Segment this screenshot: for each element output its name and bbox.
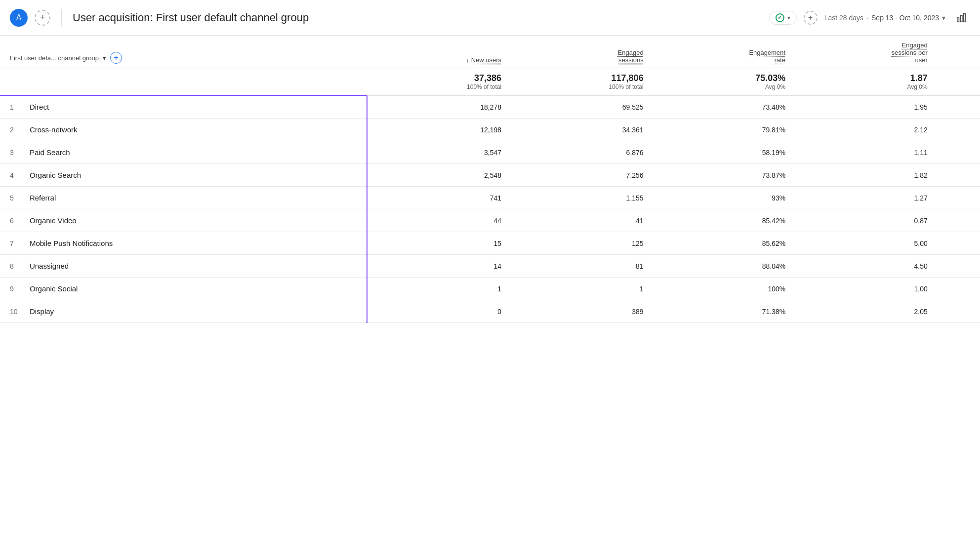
channel-cell: 6 Organic Video (0, 209, 369, 232)
row-number: 3 (10, 149, 20, 157)
engagement-rate-cell: 85.62% (653, 232, 796, 255)
extra-column-header (938, 36, 980, 68)
extra-cell (938, 209, 980, 232)
new-users-cell: 741 (369, 187, 512, 209)
engaged-sessions-column-header[interactable]: Engagedsessions (511, 36, 653, 68)
engagement-rate-cell: 73.48% (653, 96, 796, 119)
new-users-cell: 44 (369, 209, 512, 232)
channel-cell: 7 Mobile Push Notifications (0, 232, 369, 255)
channel-cell: 8 Unassigned (0, 255, 369, 278)
engaged-per-user-header-label: Engagedsessions peruser (892, 41, 928, 64)
date-range-value: Sep 13 - Oct 10, 2023 (871, 14, 939, 22)
table-row[interactable]: 10 Display 0 389 71.38% 2.05 (0, 300, 980, 323)
engaged-sessions-cell: 1,155 (511, 187, 653, 209)
engaged-per-user-cell: 4.50 (795, 255, 938, 278)
extra-cell (938, 164, 980, 187)
engagement-rate-cell: 73.87% (653, 164, 796, 187)
row-number: 4 (10, 171, 20, 179)
date-chevron-icon: ▾ (942, 14, 945, 22)
engagement-rate-cell: 79.81% (653, 119, 796, 141)
summary-engagement-rate-cell: 75.03% Avg 0% (653, 68, 796, 96)
add-property-button[interactable]: + (35, 10, 50, 26)
table-wrapper: First user defa... channel group ▾ + ↓Ne… (0, 36, 980, 323)
engagement-rate-cell: 71.38% (653, 300, 796, 323)
row-number: 6 (10, 217, 20, 225)
channel-name: Referral (30, 194, 56, 202)
engagement-rate-cell: 93% (653, 187, 796, 209)
row-number: 7 (10, 240, 20, 247)
avatar-label: A (16, 13, 22, 22)
engagement-rate-header-label: Engagementrate (749, 49, 785, 64)
channel-column-header[interactable]: First user defa... channel group ▾ + (0, 36, 369, 68)
new-users-column-header[interactable]: ↓New users (369, 36, 512, 68)
add-dimension-button[interactable]: + (110, 52, 122, 64)
extra-cell (938, 255, 980, 278)
row-number: 2 (10, 126, 20, 134)
row-number: 9 (10, 285, 20, 293)
table-row[interactable]: 9 Organic Social 1 1 100% 1.00 (0, 278, 980, 300)
status-chevron-icon: ▾ (787, 14, 790, 21)
summary-engaged-sessions-cell: 117,806 100% of total (511, 68, 653, 96)
filter-dropdown-button[interactable]: ▾ (103, 54, 106, 62)
extra-cell (938, 119, 980, 141)
summary-new-users-cell: 37,386 100% of total (369, 68, 512, 96)
summary-new-users-sub: 100% of total (379, 83, 502, 90)
engagement-rate-cell: 88.04% (653, 255, 796, 278)
table-row[interactable]: 7 Mobile Push Notifications 15 125 85.62… (0, 232, 980, 255)
channel-name: Paid Search (30, 148, 70, 157)
engaged-sessions-cell: 34,361 (511, 119, 653, 141)
channel-cell: 3 Paid Search (0, 141, 369, 164)
engagement-rate-column-header[interactable]: Engagementrate (653, 36, 796, 68)
chart-view-button[interactable] (952, 9, 970, 27)
table-row[interactable]: 2 Cross-network 12,198 34,361 79.81% 2.1… (0, 119, 980, 141)
add-comparison-button[interactable]: + (804, 11, 817, 25)
table-body: 1 Direct 18,278 69,525 73.48% 1.95 2 Cro… (0, 96, 980, 323)
table-row[interactable]: 1 Direct 18,278 69,525 73.48% 1.95 (0, 96, 980, 119)
engaged-per-user-cell: 2.05 (795, 300, 938, 323)
engaged-sessions-cell: 7,256 (511, 164, 653, 187)
status-badge[interactable]: ▾ (769, 11, 797, 25)
new-users-cell: 18,278 (369, 96, 512, 119)
filter-chevron-icon: ▾ (103, 54, 106, 62)
column-header-row: First user defa... channel group ▾ + ↓Ne… (0, 36, 980, 68)
summary-engagement-rate-sub: Avg 0% (663, 83, 786, 90)
svg-rect-2 (964, 13, 966, 22)
engaged-sessions-cell: 69,525 (511, 96, 653, 119)
summary-new-users-value: 37,386 (379, 73, 502, 83)
engaged-sessions-cell: 389 (511, 300, 653, 323)
summary-engaged-per-user-sub: Avg 0% (805, 83, 928, 90)
filter-label: First user defa... channel group (10, 54, 99, 62)
engaged-per-user-column-header[interactable]: Engagedsessions peruser (795, 36, 938, 68)
svg-rect-0 (957, 18, 959, 22)
engaged-sessions-cell: 41 (511, 209, 653, 232)
new-users-cell: 0 (369, 300, 512, 323)
extra-cell (938, 187, 980, 209)
channel-name: Organic Social (30, 284, 78, 293)
engaged-sessions-cell: 81 (511, 255, 653, 278)
svg-rect-1 (960, 15, 962, 22)
table-row[interactable]: 5 Referral 741 1,155 93% 1.27 (0, 187, 980, 209)
avatar-button[interactable]: A (10, 9, 28, 27)
new-users-header-label: ↓New users (466, 56, 501, 64)
extra-cell (938, 232, 980, 255)
status-check-icon (776, 13, 784, 22)
engaged-per-user-cell: 1.27 (795, 187, 938, 209)
table-row[interactable]: 3 Paid Search 3,547 6,876 58.19% 1.11 (0, 141, 980, 164)
acquisition-table: First user defa... channel group ▾ + ↓Ne… (0, 36, 980, 323)
top-bar: A + User acquisition: First user default… (0, 0, 980, 36)
channel-name: Organic Video (30, 216, 77, 225)
extra-cell (938, 96, 980, 119)
engaged-per-user-cell: 1.11 (795, 141, 938, 164)
date-period: Last 28 days (824, 14, 863, 22)
table-row[interactable]: 6 Organic Video 44 41 85.42% 0.87 (0, 209, 980, 232)
sort-arrow-icon: ↓ (466, 56, 469, 64)
table-row[interactable]: 4 Organic Search 2,548 7,256 73.87% 1.82 (0, 164, 980, 187)
table-row[interactable]: 8 Unassigned 14 81 88.04% 4.50 (0, 255, 980, 278)
engaged-per-user-cell: 1.95 (795, 96, 938, 119)
summary-row: 37,386 100% of total 117,806 100% of tot… (0, 68, 980, 96)
table-container: First user defa... channel group ▾ + ↓Ne… (0, 36, 980, 323)
extra-cell (938, 141, 980, 164)
channel-name: Display (30, 307, 54, 316)
engaged-per-user-cell: 0.87 (795, 209, 938, 232)
extra-cell (938, 300, 980, 323)
